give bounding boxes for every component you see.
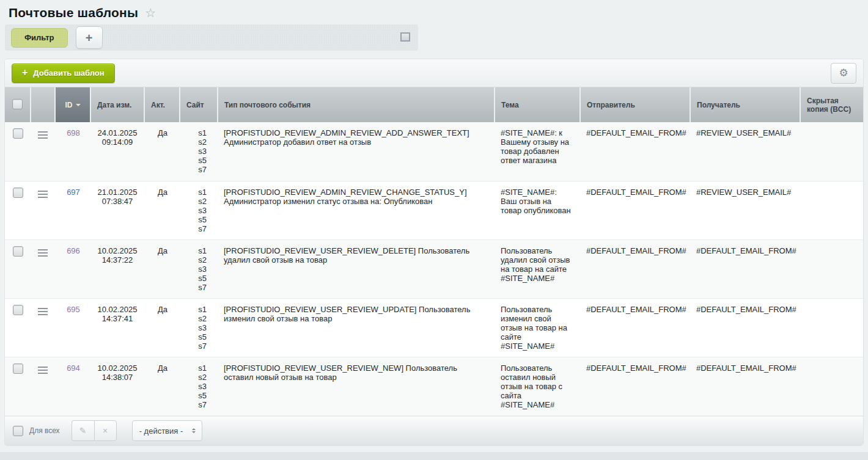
row-checkbox[interactable] [13,363,23,374]
row-sites: s1s2s3s5s7 [180,298,218,357]
row-date: 24.01.2025 [92,128,143,137]
row-sites: s1s2s3s5s7 [180,357,218,415]
select-all-checkbox[interactable] [12,99,23,109]
table-row: 694 10.02.2025 14:38:07 Да s1s2s3s5s7 [P… [5,357,863,415]
site-id: s2 [186,314,207,323]
row-active: Да [144,122,180,181]
row-bcc [800,298,863,357]
filter-bar: Фильтр + [5,24,418,51]
row-event-type: [PROFISTUDIO_REVIEW_ADMIN_REVIEW_ADD_ANS… [218,122,495,181]
site-id: s5 [186,332,207,341]
footer-actions-group: ✎ × [72,420,117,441]
site-id: s3 [186,147,207,156]
row-date: 21.01.2025 [92,188,143,197]
row-sites: s1s2s3s5s7 [180,239,218,298]
row-active: Да [144,239,180,298]
add-filter-tab-button[interactable]: + [76,26,103,49]
site-id: s3 [186,382,207,391]
site-id: s1 [186,246,207,255]
row-checkbox[interactable] [13,246,23,257]
column-header-menu [31,87,55,122]
row-recipient: #REVIEW_USER_EMAIL# [690,181,800,239]
row-id-link[interactable]: 697 [67,188,80,197]
site-id: s5 [186,156,207,165]
row-subject: Пользователь удалил свой отзыв на товар … [495,239,580,298]
row-id-link[interactable]: 694 [67,363,80,373]
row-date: 10.02.2025 [92,305,143,314]
add-template-label: Добавить шаблон [33,68,104,78]
row-recipient: #DEFAULT_EMAIL_FROM# [690,239,800,298]
row-id-link[interactable]: 695 [67,305,80,314]
row-sender: #DEFAULT_EMAIL_FROM# [580,357,690,415]
column-header-active[interactable]: Акт. [144,87,180,122]
row-time: 14:37:41 [92,314,143,323]
row-menu-icon[interactable] [38,305,48,318]
row-event-type: [PROFISTUDIO_REVIEW_USER_REVIEW_DELETE] … [218,239,495,298]
add-template-button[interactable]: + Добавить шаблон [12,64,115,83]
site-id: s7 [186,400,207,409]
site-id: s3 [186,323,207,332]
row-time: 07:38:47 [92,197,143,206]
row-time: 09:14:09 [92,137,143,147]
close-icon: × [103,426,108,436]
column-header-sender[interactable]: Отправитель [580,87,690,122]
site-id: s1 [186,128,207,137]
table-row: 697 21.01.2025 07:38:47 Да s1s2s3s5s7 [P… [5,181,863,239]
column-header-bcc[interactable]: Скрытая копия (BCC) [800,87,863,122]
page-header: Почтовые шаблоны ☆ [5,0,863,24]
row-time: 14:37:22 [92,255,143,265]
site-id: s2 [186,197,207,206]
site-id: s7 [186,165,207,174]
column-header-event-type[interactable]: Тип почтового события [218,87,495,122]
row-menu-icon[interactable] [38,188,48,201]
row-menu-icon[interactable] [38,363,48,377]
filter-button[interactable]: Фильтр [11,28,68,48]
row-checkbox[interactable] [13,188,23,198]
grid-body: 698 24.01.2025 09:14:09 Да s1s2s3s5s7 [P… [5,122,863,415]
row-recipient: #REVIEW_USER_EMAIL# [690,122,800,181]
column-header-recipient[interactable]: Получатель [690,87,800,122]
bottom-strip [0,452,868,460]
page-title: Почтовые шаблоны [9,5,138,20]
row-date: 10.02.2025 [92,363,143,373]
row-date: 10.02.2025 [92,246,143,255]
delete-selected-button[interactable]: × [94,420,117,441]
row-bcc [800,357,863,415]
select-all-footer-checkbox[interactable] [13,426,23,436]
row-event-type: [PROFISTUDIO_REVIEW_USER_REVIEW_UPDATE] … [218,298,495,357]
row-menu-icon[interactable] [38,246,48,260]
gear-icon: ⚙ [839,67,848,79]
grid-settings-button[interactable]: ⚙ [831,63,856,84]
site-id: s1 [186,188,207,197]
table-row: 695 10.02.2025 14:37:41 Да s1s2s3s5s7 [P… [5,298,863,357]
filter-panel-toggle-icon[interactable] [400,32,410,42]
row-recipient: #DEFAULT_EMAIL_FROM# [690,298,800,357]
site-id: s1 [186,305,207,314]
actions-select[interactable]: - действия - [132,420,202,441]
row-subject: #SITE_NAME#: Ваш отзыв на товар опублико… [495,181,580,239]
column-header-site[interactable]: Сайт [180,87,218,122]
site-id: s2 [186,255,207,265]
row-id-link[interactable]: 696 [67,246,80,255]
favorite-star-icon[interactable]: ☆ [145,7,156,19]
table-row: 698 24.01.2025 09:14:09 Да s1s2s3s5s7 [P… [5,122,863,181]
sort-desc-icon [76,104,81,109]
row-menu-icon[interactable] [38,128,48,142]
row-bcc [800,181,863,239]
row-active: Да [144,181,180,239]
row-active: Да [144,357,180,415]
row-checkbox[interactable] [13,305,23,315]
column-header-date[interactable]: Дата изм. [90,87,144,122]
site-id: s3 [186,265,207,274]
row-time: 14:38:07 [92,373,143,382]
edit-selected-button[interactable]: ✎ [72,420,94,441]
site-id: s5 [186,391,207,400]
row-id-link[interactable]: 698 [67,128,80,137]
row-checkbox[interactable] [13,128,23,139]
grid-toolbar: + Добавить шаблон ⚙ [5,59,863,87]
column-header-subject[interactable]: Тема [495,87,580,122]
column-header-id[interactable]: ID [55,87,90,122]
table-row: 696 10.02.2025 14:37:22 Да s1s2s3s5s7 [P… [5,239,863,298]
row-recipient: #DEFAULT_EMAIL_FROM# [690,357,800,415]
site-id: s2 [186,137,207,147]
